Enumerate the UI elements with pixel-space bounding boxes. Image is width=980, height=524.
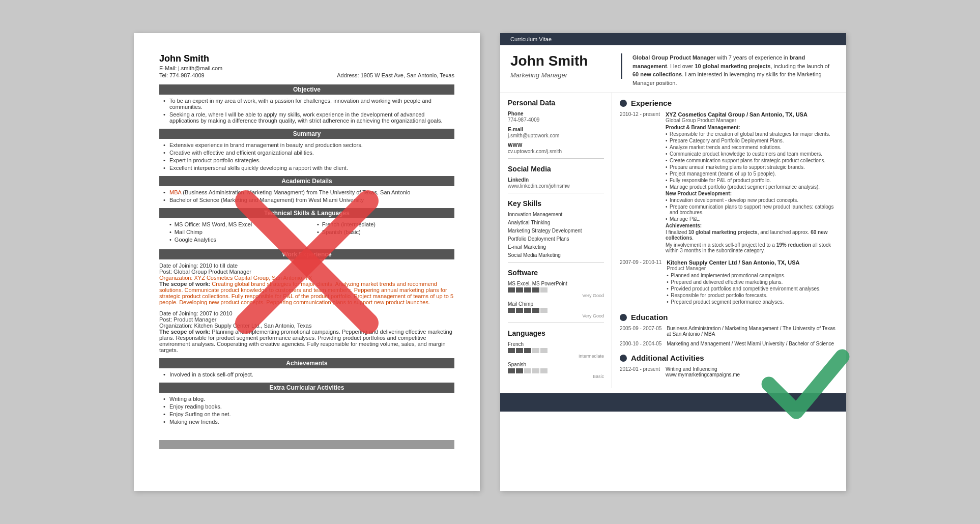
exp-1-b6: Prepare annual marketing plans to suppor… [670,164,839,170]
experience-label: Experience [631,99,672,107]
summary-item-4: Excellent interpersonal skills quickly d… [169,165,454,171]
software-1-level: Very Good [508,293,604,298]
academic-item-2: Bachelor of Science (Marketing and Manag… [169,197,454,203]
divider-3 [508,262,604,263]
exp-1-dates: 2010-12 - present [620,111,660,253]
exp-2-b1: Planned and implemented promotional camp… [671,273,839,278]
personal-data-title: Personal Data [508,99,604,107]
work1-post: Post: Global Group Product Manager [159,269,454,275]
work2-joining: Date of Joining: 2007 to 2010 [159,310,454,316]
exp-entry-2: 2007-09 - 2010-11 Kitchen Supply Center … [620,259,839,306]
divider-2 [508,193,604,193]
edu-2-details: Marketing and Management / West Miami Un… [667,341,839,346]
exp-1-ach-title: Achievements: [666,223,839,228]
summary-item-3: Expert in product portfolio strategies. [169,157,454,163]
skills-left: MS Office: MS Word, MS Excel Mail Chimp … [169,221,307,244]
add-1-dates: 2012-01 - present [620,366,660,377]
software-title: Software [508,269,604,277]
languages-title: Languages [508,329,604,337]
exp-2-company: Kitchen Supply Center Ltd / San Antonio,… [667,259,839,266]
exp-1-b2: Prepare Category and Portfolio Deploymen… [670,138,839,143]
phone-value: 774-987-4009 [508,117,604,123]
key-skills-title: Key Skills [508,199,604,208]
objective-item-2: Seeking a role, where I will be able to … [169,111,454,124]
software-2: Mail Chimp Very Good [508,301,604,318]
work-entry-2: Date of Joining: 2007 to 2010 Post: Prod… [159,310,454,353]
right-title: Marketing Manager [510,71,613,79]
extra-item-4: Making new friends. [169,419,454,425]
right-name: John Smith [510,53,613,69]
social-media-title: Social Media [508,165,604,173]
key-skill-5: E-mail Marketing [508,244,604,250]
lb2 [516,348,523,353]
edu-entry-1: 2005-09 - 2007-05 Business Administratio… [620,326,839,337]
www-label: WWW [508,142,604,148]
key-skill-3: Marketing Strategy Development [508,228,604,234]
sb5 [540,287,547,293]
work2-post: Post: Product Manager [159,316,454,323]
extra-item-3: Enjoy Surfing on the net. [169,411,454,417]
exp-1-role: Global Group Product Manager [666,118,839,123]
software-2-name: Mail Chimp [508,301,604,307]
exp-1-b9: Manage product portfolio (product segmen… [670,184,839,190]
additional-label: Additional Activities [631,354,704,362]
exp-2-dates: 2007-09 - 2010-11 [620,259,661,306]
right-header: John Smith Marketing Manager Global Grou… [500,45,846,93]
sb2 [516,308,523,313]
lb1 [508,368,515,373]
email-value: j.smith@uptowork.com [508,133,604,138]
right-left-column: Personal Data Phone 774-987-4009 E-mail … [500,93,612,388]
exp-1-b7: Project management (teams of up to 5 peo… [670,171,839,177]
work2-org: Organization: Kitchen Supply Center Ltd.… [159,323,454,329]
exp-2-b3: Provided product portfolios and competit… [671,286,839,292]
exp-2-b2: Prepared and delivered effective marketi… [671,279,839,285]
extra-item-2: Enjoy reading books. [169,403,454,410]
key-skill-1: Innovation Management [508,212,604,217]
lang-1-level: Intermediate [508,354,604,359]
work1-scope: The scope of work: Creating global brand… [159,281,454,305]
lang-2-bar [508,368,604,373]
summary-item-1: Extensive experience in brand management… [169,142,454,148]
add-1-detail: www.mymarketingcampaigns.me [666,372,839,377]
exp-1-sub2-title: New Product Development: [666,191,839,196]
exp-entry-1: 2010-12 - present XYZ Cosmetics Capital … [620,111,839,253]
sb2 [516,287,523,293]
skill-left-2: Mail Chimp [169,229,307,235]
linkedin-label: LinkedIn [508,177,604,183]
exp-2-b4: Responsible for product portfolio foreca… [671,293,839,298]
additional-title: Additional Activities [620,354,839,362]
exp-1-b8: Fully responsible for P&L of product por… [670,178,839,183]
right-header-summary: Global Group Product Manager with 7 year… [632,53,836,87]
lb2 [516,368,523,373]
exp-1-npd-b2: Prepare communication plans to support n… [670,204,839,215]
skill-left-1: MS Office: MS Word, MS Excel [169,221,307,227]
exp-1-details: XYZ Cosmetics Capital Group / San Antoni… [666,111,839,253]
exp-1-npd-b3: Manage P&L. [670,216,839,222]
lang-1: French Intermediate [508,341,604,359]
add-entry-1: 2012-01 - present Writing and Influencin… [620,366,839,377]
lang-2-level: Basic [508,374,604,379]
linkedin-value: www.linkedin.com/johnsmw [508,183,604,189]
sb1 [508,308,515,313]
software-1-name: MS Excel, MS PowerPoint [508,281,604,286]
exp-2-header: 2007-09 - 2010-11 Kitchen Supply Center … [620,259,839,306]
left-phone: Tel: 774-987-4009 [159,72,205,78]
software-1: MS Excel, MS PowerPoint Very Good [508,281,604,298]
work1-joining: Date of Joining: 2010 to till date [159,263,454,269]
software-2-bar [508,308,604,313]
work2-scope: The scope of work: Planning and implemen… [159,329,454,353]
summary-item-2: Creative with effective and efficient or… [169,150,454,156]
skill-right-2: Spanish (basic) [317,229,454,235]
edu-entry-2: 2000-10 - 2004-05 Marketing and Manageme… [620,341,839,346]
work-header: Work Experience [159,249,454,259]
exp-2-details: Kitchen Supply Center Ltd / San Antonio,… [667,259,839,306]
exp-1-b4: Communicate product knowledge to custome… [670,151,839,157]
education-label: Education [631,313,668,322]
edu-1-dates: 2005-09 - 2007-05 [620,326,661,337]
edu-1-details: Business Administration / Marketing Mana… [667,326,839,337]
skill-left-3: Google Analytics [169,237,307,243]
exp-1-b5: Create communication support plans for s… [670,158,839,163]
lb5 [540,348,547,353]
lb4 [532,368,539,373]
academic-item-1: MBA (Business Administration, Marketing … [169,189,454,195]
